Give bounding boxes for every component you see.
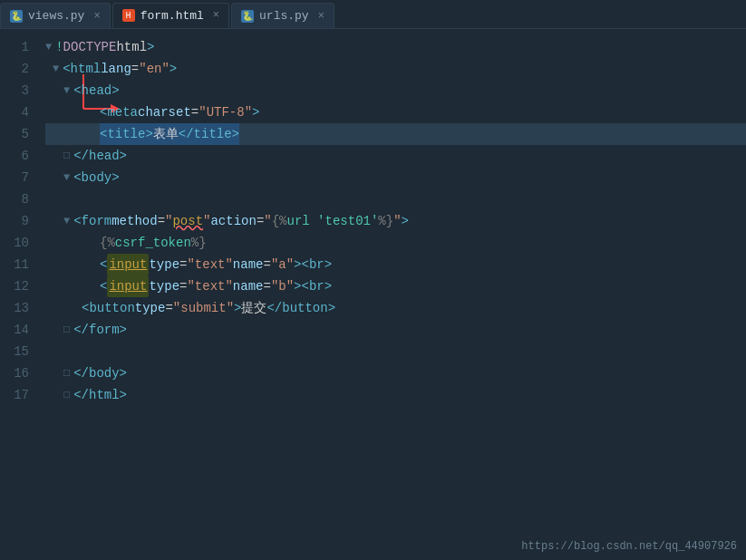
code-line-17: □ </html> bbox=[45, 384, 746, 406]
code-meta-close: > bbox=[252, 101, 259, 123]
code-meta-tag: <meta bbox=[100, 101, 138, 123]
tab-label-form-html: form.html bbox=[140, 9, 204, 23]
code-form-action-attr: action bbox=[210, 210, 256, 232]
code-input-a-name-val: "a" bbox=[271, 254, 294, 275]
fold-arrow-17[interactable]: □ bbox=[63, 384, 70, 406]
code-csrf-close: %} bbox=[191, 232, 207, 254]
code-title-text: 表单 bbox=[153, 123, 179, 145]
code-line-1: ▼ !DOCTYPE html> bbox=[45, 36, 746, 58]
tab-icon-urls-py: 🐍 bbox=[241, 10, 254, 23]
code-meta-eq: = bbox=[191, 101, 199, 123]
line-numbers: 1 2 3 4 5 6 7 8 9 10 11 12 13 14 15 16 1… bbox=[0, 29, 38, 560]
code-form-method-eq: = bbox=[158, 210, 165, 232]
code-line-10: {% csrf_token %} bbox=[45, 232, 746, 254]
code-line-15 bbox=[45, 341, 746, 362]
tab-close-urls-py[interactable]: × bbox=[318, 10, 325, 23]
code-line-14: □ </form> bbox=[45, 319, 746, 341]
code-button-close: </button> bbox=[266, 297, 335, 319]
code-form-gt: > bbox=[402, 210, 409, 232]
code-line-9: ▼ <form method="post" action="{% url 'te… bbox=[45, 210, 746, 232]
code-line-3: ▼ <head> bbox=[45, 80, 746, 101]
code-input-b-type-attr: type bbox=[149, 275, 179, 297]
fold-arrow-1[interactable]: ▼ bbox=[45, 36, 52, 58]
code-form-close: </form> bbox=[73, 319, 127, 341]
code-input-b-lt: < bbox=[100, 275, 107, 297]
code-csrf-open: {% bbox=[100, 232, 115, 254]
code-form-method-val: "post" bbox=[165, 210, 210, 232]
code-input-b-name-val: "b" bbox=[271, 275, 294, 297]
code-button-type-eq: = bbox=[165, 297, 172, 319]
code-input-a-type-eq: = bbox=[179, 254, 187, 275]
code-template-close: %} bbox=[378, 210, 393, 232]
code-input-a-close: ><br> bbox=[294, 254, 332, 275]
fold-arrow-3[interactable]: ▼ bbox=[63, 80, 70, 101]
code-html-lang-val: "en" bbox=[139, 58, 170, 80]
tab-views-py[interactable]: 🐍 views.py × bbox=[0, 3, 111, 28]
code-line-8 bbox=[45, 188, 746, 210]
code-input-a-type-val: "text" bbox=[187, 254, 232, 275]
tab-label-urls-py: urls.py bbox=[259, 9, 309, 23]
tab-label-views-py: views.py bbox=[28, 9, 84, 23]
code-input-b-close: ><br> bbox=[294, 275, 332, 297]
code-line-11: <input type="text" name="a"><br> bbox=[45, 254, 746, 275]
code-input-b-name-eq: = bbox=[263, 275, 270, 297]
code-html-lang-attr: lang bbox=[101, 58, 131, 80]
code-form-action-val: " bbox=[264, 210, 271, 232]
code-title-close: </title> bbox=[179, 123, 239, 145]
tab-close-views-py[interactable]: × bbox=[93, 10, 100, 23]
fold-arrow-9[interactable]: ▼ bbox=[63, 210, 70, 232]
code-template-content: url 'test01' bbox=[287, 210, 379, 232]
code-input-a-name-eq: = bbox=[263, 254, 270, 275]
fold-arrow-6[interactable]: □ bbox=[63, 145, 70, 167]
code-template-open: {% bbox=[272, 210, 287, 232]
fold-arrow-16[interactable]: □ bbox=[63, 362, 70, 384]
code-content: ▼ !DOCTYPE html> ▼ <html lang="en"> ▼ <h… bbox=[38, 29, 746, 560]
code-line-13: <button type="submit">提交</button> bbox=[45, 297, 746, 319]
code-html-close: > bbox=[170, 58, 177, 80]
code-head-close: </head> bbox=[73, 145, 127, 167]
code-form-action-eq: = bbox=[257, 210, 264, 232]
tab-icon-views-py: 🐍 bbox=[10, 10, 23, 23]
code-meta-charset-val: "UTF-8" bbox=[199, 101, 252, 123]
tab-bar: 🐍 views.py × H form.html × 🐍 urls.py × bbox=[0, 0, 746, 29]
code-input-a-type-attr: type bbox=[149, 254, 179, 275]
code-html-open: <html bbox=[63, 58, 101, 80]
fold-arrow-7[interactable]: ▼ bbox=[63, 167, 70, 188]
code-input-b-type-eq: = bbox=[179, 275, 187, 297]
code-area: 1 2 3 4 5 6 7 8 9 10 11 12 13 14 15 16 1… bbox=[0, 29, 746, 560]
code-head-open: <head> bbox=[73, 80, 119, 101]
code-button-gt: > bbox=[234, 297, 241, 319]
code-doctype-html: html bbox=[116, 36, 147, 58]
code-form-action-quote: " bbox=[393, 210, 401, 232]
code-button-text: 提交 bbox=[241, 297, 266, 319]
tab-close-form-html[interactable]: × bbox=[213, 9, 219, 22]
code-input-a-lt: < bbox=[100, 254, 107, 275]
code-csrf-content: csrf_token bbox=[115, 232, 191, 254]
code-input-b-tag: input bbox=[107, 275, 149, 297]
code-doctype-close: > bbox=[147, 36, 154, 58]
code-line-12: <input type="text" name="b"><br> bbox=[45, 275, 746, 297]
code-meta-charset-attr: charset bbox=[138, 101, 191, 123]
code-input-b-name-attr: name bbox=[233, 275, 264, 297]
code-button-type-val: "submit" bbox=[173, 297, 234, 319]
code-line-5: <title>表单</title> bbox=[45, 123, 746, 145]
code-body-close: </body> bbox=[73, 362, 127, 384]
code-line-2: ▼ <html lang="en"> bbox=[45, 58, 746, 80]
tab-form-html[interactable]: H form.html × bbox=[112, 3, 229, 28]
fold-arrow-2[interactable]: ▼ bbox=[53, 58, 59, 80]
code-html-end: </html> bbox=[73, 384, 127, 406]
fold-arrow-14[interactable]: □ bbox=[63, 319, 70, 341]
code-button-open: <button bbox=[82, 297, 135, 319]
code-input-b-type-val: "text" bbox=[187, 275, 232, 297]
code-doctype-kw: DOCTYPE bbox=[63, 36, 117, 58]
code-line-16: □ </body> bbox=[45, 362, 746, 384]
code-form-open: <form bbox=[73, 210, 111, 232]
tab-urls-py[interactable]: 🐍 urls.py × bbox=[231, 3, 334, 28]
code-body-open: <body> bbox=[73, 167, 119, 188]
code-html-eq: = bbox=[131, 58, 139, 80]
code-doctype-bang: ! bbox=[55, 36, 63, 58]
tab-icon-form-html: H bbox=[122, 9, 135, 22]
editor: 1 2 3 4 5 6 7 8 9 10 11 12 13 14 15 16 1… bbox=[0, 29, 746, 560]
code-button-type-attr: type bbox=[135, 297, 166, 319]
code-input-a-tag: input bbox=[107, 254, 149, 275]
